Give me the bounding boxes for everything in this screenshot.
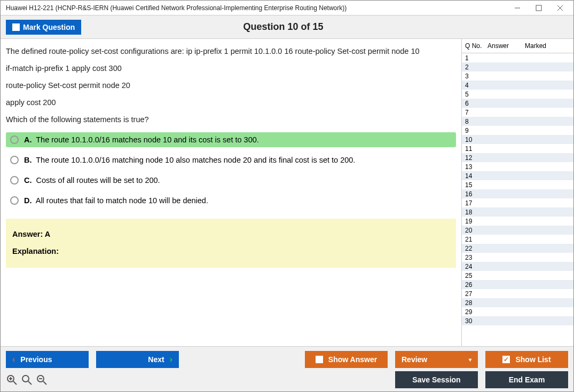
option-b[interactable]: B. The route 10.1.0.0/16 matching node 1… (6, 153, 456, 167)
question-number: 1 (463, 54, 483, 62)
question-row[interactable]: 24 (462, 262, 573, 271)
svg-line-5 (13, 381, 17, 385)
question-row[interactable]: 28 (462, 298, 573, 307)
question-row[interactable]: 11 (462, 144, 573, 153)
question-row[interactable]: 18 (462, 207, 573, 217)
maximize-button[interactable] (529, 2, 549, 14)
question-counter: Question 10 of 15 (81, 21, 485, 33)
question-number: 30 (463, 317, 483, 325)
previous-button[interactable]: ‹ Previous (6, 351, 89, 368)
question-panel: The defined route-policy set-cost config… (1, 39, 461, 346)
footer-row-2: Save Session End Exam (6, 371, 568, 388)
option-text: C. Costs of all routes will be set to 20… (24, 176, 160, 185)
question-number: 23 (463, 254, 483, 261)
question-number: 25 (463, 272, 483, 279)
question-row[interactable]: 29 (462, 307, 573, 316)
show-answer-label: Show Answer (328, 355, 377, 364)
question-number: 14 (463, 172, 483, 180)
question-number: 13 (463, 163, 483, 171)
question-list[interactable]: 1234567891011121314151617181920212223242… (462, 53, 573, 346)
question-row[interactable]: 30 (462, 316, 573, 325)
options: A. The route 10.1.0.0/16 matches node 10… (6, 132, 456, 213)
question-row[interactable]: 5 (462, 90, 573, 99)
body: The defined route-policy set-cost config… (1, 39, 573, 346)
save-session-button[interactable]: Save Session (395, 371, 478, 388)
question-row[interactable]: 7 (462, 108, 573, 117)
next-button[interactable]: Next › (96, 351, 179, 368)
zoom-reset-button[interactable] (6, 374, 18, 386)
question-number: 4 (463, 82, 483, 89)
mark-question-label: Mark Question (23, 23, 75, 31)
show-list-label: Show List (515, 355, 551, 364)
question-row[interactable]: 12 (462, 153, 573, 162)
question-number: 18 (463, 209, 483, 216)
window-controls (507, 2, 570, 14)
question-row[interactable]: 2 (462, 62, 573, 71)
question-number: 12 (463, 154, 483, 162)
question-row[interactable]: 9 (462, 126, 573, 135)
question-row[interactable]: 14 (462, 171, 573, 180)
show-answer-button[interactable]: Show Answer (305, 351, 388, 368)
question-number: 27 (463, 290, 483, 298)
question-number: 29 (463, 308, 483, 316)
question-row[interactable]: 19 (462, 217, 573, 226)
question-line: apply cost 200 (6, 94, 456, 111)
review-label: Review (402, 355, 427, 364)
close-button[interactable] (550, 2, 570, 14)
question-row[interactable]: 8 (462, 117, 573, 126)
radio-icon (10, 196, 19, 205)
question-number: 21 (463, 236, 483, 243)
minimize-icon (514, 5, 521, 11)
zoom-out-button[interactable] (36, 374, 48, 386)
option-a[interactable]: A. The route 10.1.0.0/16 matches node 10… (6, 132, 456, 147)
question-row[interactable]: 17 (462, 198, 573, 207)
svg-rect-1 (536, 5, 541, 11)
question-row[interactable]: 16 (462, 189, 573, 198)
question-number: 10 (463, 136, 483, 143)
save-session-label: Save Session (412, 375, 460, 384)
option-text: D. All routes that fail to match node 10… (24, 196, 208, 205)
question-number: 22 (463, 245, 483, 252)
question-row[interactable]: 6 (462, 99, 573, 108)
question-row[interactable]: 15 (462, 180, 573, 189)
checkbox-checked-icon (502, 356, 510, 363)
question-row[interactable]: 3 (462, 71, 573, 81)
question-number: 19 (463, 218, 483, 225)
review-button[interactable]: Review ▾ (395, 351, 478, 368)
question-row[interactable]: 22 (462, 244, 573, 253)
maximize-icon (536, 5, 542, 11)
question-row[interactable]: 26 (462, 280, 573, 289)
option-c[interactable]: C. Costs of all routes will be set to 20… (6, 173, 456, 188)
show-list-button[interactable]: Show List (485, 351, 568, 368)
question-row[interactable]: 20 (462, 226, 573, 235)
zoom-in-button[interactable] (21, 374, 33, 386)
question-row[interactable]: 4 (462, 81, 573, 90)
svg-point-8 (22, 375, 29, 382)
answer-box: Answer: A Explanation: (6, 219, 456, 268)
question-number: 17 (463, 199, 483, 207)
question-number: 15 (463, 181, 483, 189)
option-d[interactable]: D. All routes that fail to match node 10… (6, 193, 456, 208)
question-row[interactable]: 1 (462, 53, 573, 62)
answer-label: Answer: A (12, 226, 450, 243)
option-text: B. The route 10.1.0.0/16 matching node 1… (24, 156, 355, 164)
footer: ‹ Previous Next › Show Answer Review ▾ S… (1, 346, 573, 391)
question-number: 20 (463, 227, 483, 234)
end-exam-button[interactable]: End Exam (485, 371, 568, 388)
mark-question-button[interactable]: Mark Question (6, 20, 81, 35)
question-number: 26 (463, 281, 483, 289)
zoom-in-icon (21, 374, 33, 386)
side-panel: Q No. Answer Marked 12345678910111213141… (461, 39, 573, 346)
question-row[interactable]: 25 (462, 271, 573, 280)
question-number: 7 (463, 109, 483, 116)
question-row[interactable]: 27 (462, 289, 573, 298)
question-line: Which of the following statements is tru… (6, 111, 456, 129)
header-row: Mark Question Question 10 of 15 (1, 15, 573, 39)
question-row[interactable]: 10 (462, 135, 573, 144)
question-row[interactable]: 21 (462, 235, 573, 244)
minimize-button[interactable] (507, 2, 528, 14)
question-row[interactable]: 23 (462, 253, 573, 262)
titlebar: Huawei H12-221 (HCNP-R&S-IERN (Huawei Ce… (1, 1, 573, 15)
question-row[interactable]: 13 (462, 162, 573, 171)
option-text: A. The route 10.1.0.0/16 matches node 10… (24, 135, 259, 144)
